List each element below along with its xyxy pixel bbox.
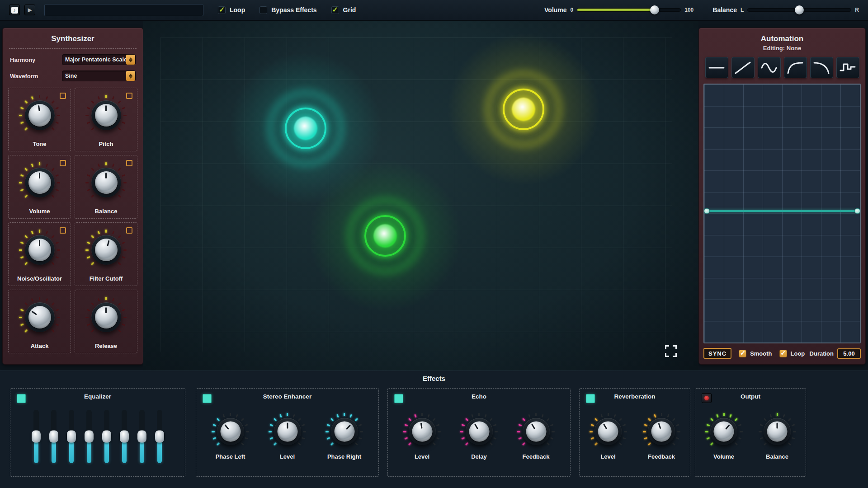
eq-band-slider[interactable] [139,410,145,463]
output-balance-knob[interactable] [757,412,797,451]
spinner-arrows-icon[interactable] [126,71,135,81]
curve-step-button[interactable] [836,57,859,78]
equalizer-enable-checkbox[interactable] [17,394,26,403]
fullscreen-button[interactable] [665,345,677,357]
eq-slider-handle[interactable] [137,431,146,443]
eq-band-slider[interactable] [157,410,162,463]
echo-feedback-knob[interactable] [516,412,556,451]
stage-canvas[interactable] [143,21,698,371]
attack-label: Attack [31,343,49,349]
bypass-effects-label: Bypass Effects [271,6,316,14]
balance-slider-handle[interactable] [795,5,804,14]
eq-slider-handle[interactable] [49,431,58,443]
loop-label: Loop [230,6,245,14]
output-section: Output Volume Balance [695,388,806,477]
filter-cutoff-knob[interactable] [85,228,128,272]
duration-input[interactable]: 5.00 [837,348,861,359]
auto-loop-checkbox[interactable] [779,350,787,357]
eq-band-slider[interactable] [51,410,57,463]
noise-oscillator-cell: Noise/Oscillator [8,222,71,286]
eq-slider-handle[interactable] [85,431,94,443]
eq-slider-handle[interactable] [102,431,111,443]
play-button[interactable]: ▶ [24,5,35,15]
reverb-level-label: Level [600,453,615,460]
automation-line[interactable] [705,210,859,212]
phase-right-knob[interactable] [325,412,364,451]
stereo-level-knob[interactable] [268,412,307,451]
automation-panel: Automation Editing: None [698,28,866,365]
master-balance-slider[interactable] [747,8,851,12]
curve-buttons [703,57,862,78]
synth-knob-grid: Tone Pitch Volume Ba [7,87,138,354]
pitch-cell: Pitch [75,88,137,151]
eq-slider-handle[interactable] [32,431,41,443]
curve-decay-button[interactable] [810,57,833,78]
tone-cell: Tone [8,88,71,151]
loop-checkbox[interactable] [218,6,226,14]
release-label: Release [95,343,117,349]
open-file-button[interactable]: ♪ [9,5,20,15]
stereo-enhancer-title: Stereo Enhancer [196,393,378,400]
echo-section: Echo Level Delay [387,388,571,477]
reverb-feedback-knob[interactable] [642,412,681,451]
output-volume-knob[interactable] [704,412,744,451]
automation-graph[interactable] [703,84,861,343]
release-cell: Release [75,290,137,353]
ramp-curve-icon [734,61,751,75]
pitch-knob[interactable] [85,94,128,137]
curve-ramp-button[interactable] [731,57,755,78]
filter-cutoff-cell: Filter Cutoff [75,222,137,286]
reverb-level-knob[interactable] [588,412,628,451]
balance-left-label: L [741,7,744,13]
flat-curve-icon [708,61,725,75]
volume-slider-handle[interactable] [650,5,659,14]
toolbar: ♪ ▶ Loop Bypass Effects Grid Volume 0 10… [0,0,868,21]
attack-cell: Attack [8,290,71,353]
curve-ease-out-button[interactable] [784,57,807,78]
echo-delay-label: Delay [471,453,487,460]
eq-slider-handle[interactable] [120,431,129,443]
waveform-select[interactable]: Sine [62,70,136,81]
smooth-checkbox[interactable] [739,350,746,357]
grid-checkbox[interactable] [331,6,339,14]
echo-level-knob[interactable] [402,412,442,451]
noise-oscillator-knob[interactable] [18,228,61,272]
echo-feedback-label: Feedback [523,453,550,460]
release-knob[interactable] [85,296,128,339]
bypass-effects-checkbox[interactable] [259,6,267,14]
sync-button[interactable]: SYNC [703,348,731,359]
phase-left-knob[interactable] [211,412,250,451]
volume-knob[interactable] [18,161,61,204]
curve-flat-button[interactable] [705,57,728,78]
eq-band-slider[interactable] [86,410,92,463]
fullscreen-icon [665,345,669,349]
effects-bar: Effects Equalizer Stereo Enhancer Phase … [0,371,868,488]
name-input[interactable] [44,4,203,16]
output-title: Output [695,393,806,400]
eq-band-slider[interactable] [104,410,109,463]
attack-knob[interactable] [18,296,61,339]
reverberation-enable-checkbox[interactable] [586,394,595,403]
echo-delay-knob[interactable] [459,412,499,451]
pitch-label: Pitch [99,141,113,147]
stereo-enhancer-enable-checkbox[interactable] [203,394,212,403]
eq-band-slider[interactable] [122,410,127,463]
tone-knob[interactable] [18,94,61,137]
echo-title: Echo [388,393,570,400]
equalizer-title: Equalizer [10,393,185,400]
spinner-arrows-icon[interactable] [126,55,135,65]
eq-slider-handle[interactable] [155,431,164,443]
eq-band-slider[interactable] [33,410,39,463]
output-record-button[interactable] [702,393,712,403]
balance-label: Balance [95,208,118,215]
echo-enable-checkbox[interactable] [394,394,403,403]
decay-curve-icon [813,61,830,75]
volume-min-label: 0 [571,7,574,13]
eq-band-slider[interactable] [69,410,74,463]
harmony-select[interactable]: Major Pentatonic Scale [62,54,136,65]
effects-title: Effects [0,371,868,382]
balance-knob[interactable] [85,161,128,204]
master-volume-slider[interactable] [577,8,681,12]
curve-sine-button[interactable] [758,57,781,78]
eq-slider-handle[interactable] [67,431,76,443]
